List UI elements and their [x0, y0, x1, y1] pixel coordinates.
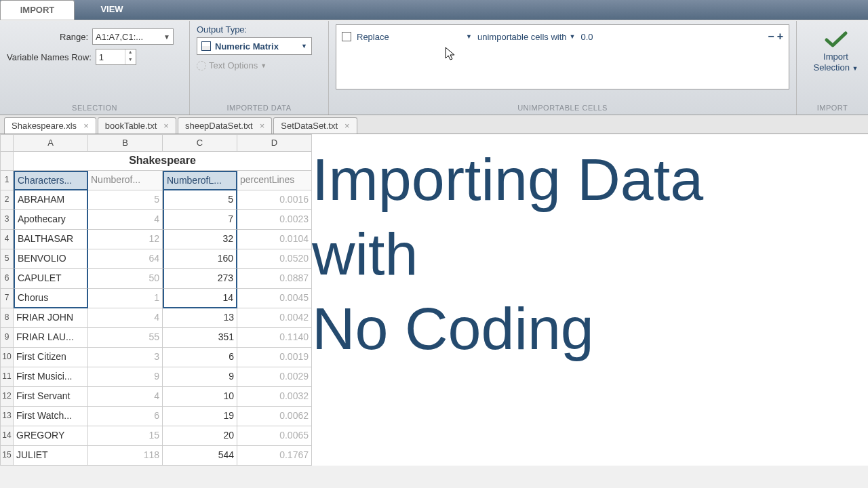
data-cell[interactable]: 0.0065: [237, 426, 312, 446]
data-cell[interactable]: 0.0016: [237, 190, 312, 210]
row-header[interactable]: 14: [0, 426, 14, 446]
data-cell[interactable]: 14: [163, 289, 237, 308]
row-header[interactable]: 2: [0, 190, 14, 210]
row-header[interactable]: 13: [0, 407, 14, 426]
row-header[interactable]: 9: [0, 328, 14, 348]
replace-value-field[interactable]: 0.0: [580, 32, 762, 42]
row-header[interactable]: 4: [0, 230, 14, 249]
row-header[interactable]: 6: [0, 269, 14, 289]
caret-up-icon[interactable]: ▲: [125, 49, 136, 57]
data-cell[interactable]: 12: [88, 230, 163, 249]
data-cell[interactable]: 0.0019: [237, 348, 312, 367]
output-type-dropdown[interactable]: Numeric Matrix ▼: [197, 37, 312, 55]
data-cell[interactable]: 544: [163, 446, 237, 466]
tab-view[interactable]: VIEW: [75, 0, 149, 20]
data-cell[interactable]: GREGORY: [14, 426, 88, 446]
row-header[interactable]: 15: [0, 446, 14, 466]
data-cell[interactable]: 3: [88, 348, 163, 367]
row-header[interactable]: 8: [0, 308, 14, 328]
data-cell[interactable]: 55: [88, 328, 163, 348]
row-header[interactable]: 5: [0, 249, 14, 269]
data-cell[interactable]: BENVOLIO: [14, 249, 88, 269]
data-cell[interactable]: JULIET: [14, 446, 88, 466]
data-cell[interactable]: 0.0029: [237, 367, 312, 387]
data-cell[interactable]: BALTHASAR: [14, 230, 88, 249]
varnames-spinner[interactable]: 1 ▲▼: [96, 49, 136, 65]
data-cell[interactable]: 0.0062: [237, 407, 312, 426]
data-cell[interactable]: 0.0104: [237, 230, 312, 249]
row-header[interactable]: 3: [0, 210, 14, 230]
data-cell[interactable]: 1: [88, 289, 163, 308]
data-cell[interactable]: 0.0032: [237, 387, 312, 407]
close-icon[interactable]: ×: [260, 121, 265, 131]
replace-action-dropdown[interactable]: Replace ▼: [357, 32, 472, 42]
close-icon[interactable]: ×: [344, 121, 350, 131]
minus-icon[interactable]: −: [768, 30, 774, 43]
column-name-cell[interactable]: Characters...: [14, 171, 88, 190]
data-cell[interactable]: 10: [163, 387, 237, 407]
data-cell[interactable]: 7: [163, 210, 237, 230]
column-name-cell[interactable]: NumberofL...: [163, 171, 237, 190]
row-header[interactable]: 10: [0, 348, 14, 367]
replace-checkbox[interactable]: [342, 32, 351, 41]
row-header[interactable]: 12: [0, 387, 14, 407]
col-header[interactable]: A: [14, 134, 88, 152]
col-header[interactable]: D: [237, 134, 312, 152]
data-cell[interactable]: 4: [88, 308, 163, 328]
data-cell[interactable]: 4: [88, 387, 163, 407]
data-cell[interactable]: 5: [88, 190, 163, 210]
data-cell[interactable]: Apothecary: [14, 210, 88, 230]
close-icon[interactable]: ×: [83, 121, 89, 131]
data-cell[interactable]: CAPULET: [14, 269, 88, 289]
col-header[interactable]: B: [88, 134, 163, 152]
file-tab[interactable]: sheepDataSet.txt×: [178, 117, 272, 134]
data-cell[interactable]: 4: [88, 210, 163, 230]
plus-icon[interactable]: +: [777, 30, 783, 43]
data-cell[interactable]: 19: [163, 407, 237, 426]
data-cell[interactable]: FRIAR LAU...: [14, 328, 88, 348]
column-name-cell[interactable]: percentLines: [237, 171, 312, 190]
data-cell[interactable]: First Musici...: [14, 367, 88, 387]
data-cell[interactable]: First Servant: [14, 387, 88, 407]
col-header[interactable]: C: [163, 134, 237, 152]
data-cell[interactable]: ABRAHAM: [14, 190, 88, 210]
caret-down-icon[interactable]: ▼: [125, 57, 136, 64]
data-cell[interactable]: First Watch...: [14, 407, 88, 426]
file-tab[interactable]: Shakespeare.xls×: [4, 117, 96, 134]
range-dropdown[interactable]: A1:A7,C1:... ▼: [92, 28, 174, 45]
data-cell[interactable]: 160: [163, 249, 237, 269]
data-cell[interactable]: FRIAR JOHN: [14, 308, 88, 328]
replace-target-dropdown[interactable]: unimportable cells with ▼: [477, 32, 575, 42]
data-cell[interactable]: 20: [163, 426, 237, 446]
column-name-cell[interactable]: Numberof...: [88, 171, 163, 190]
data-cell[interactable]: 9: [88, 367, 163, 387]
data-cell[interactable]: First Citizen: [14, 348, 88, 367]
data-cell[interactable]: 15: [88, 426, 163, 446]
data-cell[interactable]: 9: [163, 367, 237, 387]
data-cell[interactable]: 0.0045: [237, 289, 312, 308]
data-cell[interactable]: 6: [88, 407, 163, 426]
close-icon[interactable]: ×: [163, 121, 169, 131]
data-cell[interactable]: Chorus: [14, 289, 88, 308]
row-header[interactable]: 7: [0, 289, 14, 308]
data-cell[interactable]: 5: [163, 190, 237, 210]
tab-import[interactable]: IMPORT: [0, 0, 75, 20]
data-cell[interactable]: 0.0887: [237, 269, 312, 289]
data-cell[interactable]: 351: [163, 328, 237, 348]
data-cell[interactable]: 6: [163, 348, 237, 367]
data-cell[interactable]: 13: [163, 308, 237, 328]
data-cell[interactable]: 64: [88, 249, 163, 269]
data-cell[interactable]: 32: [163, 230, 237, 249]
data-cell[interactable]: 0.0520: [237, 249, 312, 269]
row-header[interactable]: 1: [0, 171, 14, 190]
file-tab[interactable]: SetDataSet.txt×: [273, 117, 357, 134]
data-cell[interactable]: 273: [163, 269, 237, 289]
file-tab[interactable]: bookTable.txt×: [98, 117, 176, 134]
row-header[interactable]: 11: [0, 367, 14, 387]
data-cell[interactable]: 118: [88, 446, 163, 466]
data-cell[interactable]: 0.1140: [237, 328, 312, 348]
data-cell[interactable]: 0.0023: [237, 210, 312, 230]
import-selection-button[interactable]: Import Selection ▼: [804, 24, 868, 78]
data-cell[interactable]: 0.1767: [237, 446, 312, 466]
data-cell[interactable]: 0.0042: [237, 308, 312, 328]
